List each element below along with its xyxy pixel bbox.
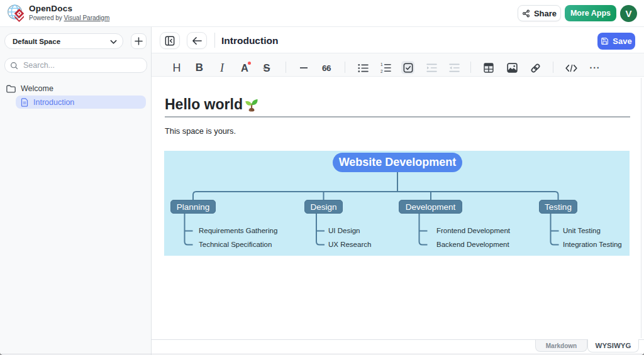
svg-text:2: 2: [380, 69, 383, 73]
svg-text:1: 1: [380, 63, 383, 67]
